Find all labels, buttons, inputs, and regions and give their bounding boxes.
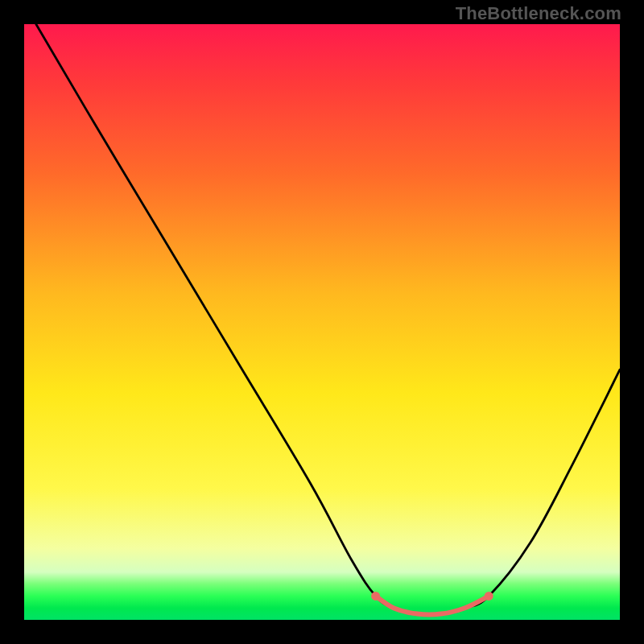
main-curve bbox=[36, 24, 620, 615]
plot-area bbox=[24, 24, 620, 620]
chart-frame: TheBottleneck.com bbox=[0, 0, 644, 644]
highlight-dots bbox=[371, 592, 493, 601]
highlight-dot bbox=[371, 592, 380, 601]
watermark-text: TheBottleneck.com bbox=[456, 3, 621, 24]
curve-layer bbox=[24, 24, 620, 620]
highlight-dot bbox=[485, 592, 493, 601]
highlight-segment bbox=[376, 596, 489, 614]
